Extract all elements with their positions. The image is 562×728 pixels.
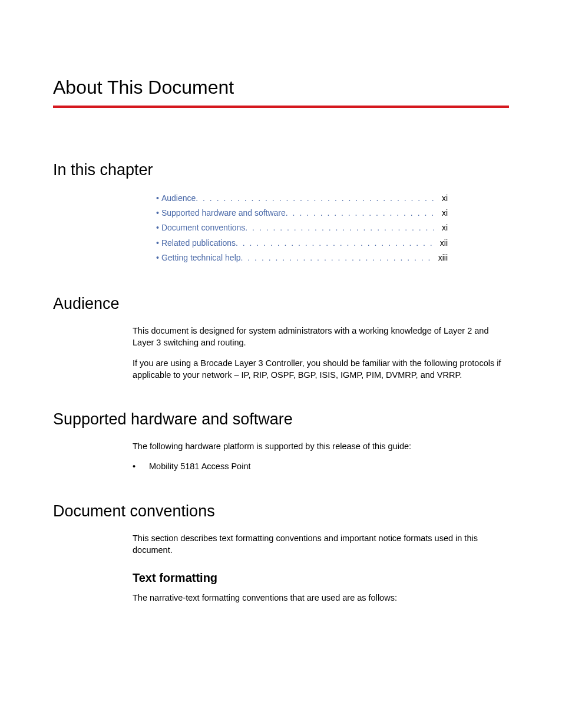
toc-leader <box>236 236 437 251</box>
bullet-icon: • <box>156 220 159 235</box>
bullet-icon: • <box>156 251 159 265</box>
toc-item: • Supported hardware and software xi <box>156 206 448 220</box>
bullet-icon: • <box>156 206 159 220</box>
body-paragraph: The narrative-text formatting convention… <box>133 592 509 604</box>
page-title: About This Document <box>53 77 509 98</box>
toc-link-supported[interactable]: Supported hardware and software <box>161 206 286 220</box>
toc-item: • Audience xi <box>156 191 448 206</box>
title-rule <box>53 106 509 108</box>
toc-page-number: xi <box>438 191 448 206</box>
bullet-icon: • <box>156 191 159 206</box>
body-paragraph: This document is designed for system adm… <box>133 325 509 349</box>
toc-page-number: xii <box>437 236 448 251</box>
bullet-icon: • <box>156 236 159 251</box>
toc-link-related[interactable]: Related publications <box>161 236 236 251</box>
section-heading-conventions: Document conventions <box>53 502 509 521</box>
toc-item: • Getting technical help xiii <box>156 251 448 265</box>
toc-leader <box>241 251 435 265</box>
toc-link-conventions[interactable]: Document conventions <box>161 220 245 235</box>
bullet-list: Mobility 5181 Access Point <box>133 460 509 472</box>
toc-page-number: xi <box>438 206 448 220</box>
body-paragraph: If you are using a Brocade Layer 3 Contr… <box>133 357 509 381</box>
toc-item: • Related publications xii <box>156 236 448 251</box>
list-item: Mobility 5181 Access Point <box>133 460 509 472</box>
toc-page-number: xi <box>438 220 448 235</box>
body-paragraph: This section describes text formatting c… <box>133 532 509 556</box>
toc-leader <box>245 220 438 235</box>
toc-link-help[interactable]: Getting technical help <box>161 251 241 265</box>
toc-leader <box>286 206 438 220</box>
section-heading-in-this-chapter: In this chapter <box>53 161 509 179</box>
table-of-contents: • Audience xi • Supported hardware and s… <box>156 191 509 265</box>
toc-link-audience[interactable]: Audience <box>161 191 196 206</box>
section-heading-supported: Supported hardware and software <box>53 410 509 429</box>
sub-heading-text-formatting: Text formatting <box>133 571 509 585</box>
section-heading-audience: Audience <box>53 295 509 313</box>
body-paragraph: The following hardware platform is suppo… <box>133 440 509 452</box>
toc-item: • Document conventions xi <box>156 220 448 235</box>
toc-page-number: xiii <box>435 251 448 265</box>
toc-leader <box>196 191 438 206</box>
